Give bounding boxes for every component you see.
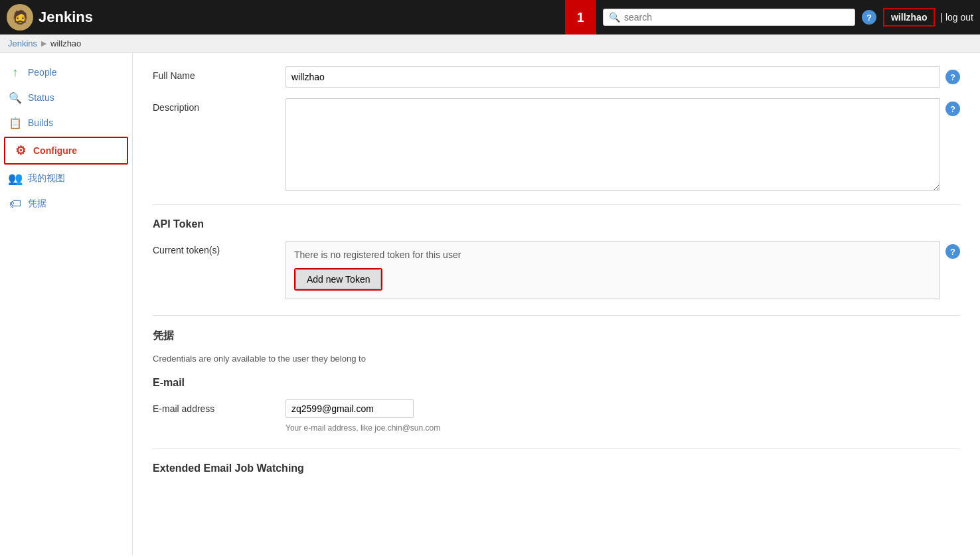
add-token-button-highlight: Add new Token: [294, 268, 382, 291]
sidebar-label-myview: 我的视图: [28, 173, 65, 184]
search-input[interactable]: [624, 12, 849, 23]
full-name-input[interactable]: [286, 66, 940, 88]
credentials-title: 凭据: [153, 329, 960, 343]
email-section: E-mail E-mail address Your e-mail addres…: [153, 377, 960, 433]
api-token-help-icon[interactable]: ?: [945, 244, 960, 259]
logout-link[interactable]: | log out: [940, 12, 973, 23]
status-icon: 🔍: [8, 90, 23, 105]
breadcrumb-current: willzhao: [50, 38, 81, 48]
current-tokens-row: Current token(s) There is no registered …: [153, 241, 960, 299]
email-row: E-mail address Your e-mail address, like…: [153, 399, 960, 433]
sidebar-item-status[interactable]: 🔍 Status: [0, 85, 132, 110]
sidebar-item-builds[interactable]: 📋 Builds: [0, 110, 132, 135]
description-textarea[interactable]: [286, 98, 940, 191]
jenkins-avatar-icon: 🧔: [7, 4, 33, 31]
sidebar-item-credentials[interactable]: 🏷 凭据: [0, 191, 132, 216]
description-label: Description: [153, 98, 286, 113]
divider-1: [153, 204, 960, 205]
search-icon: 🔍: [609, 12, 620, 23]
description-help-icon[interactable]: ?: [945, 102, 960, 116]
myview-icon: 👥: [8, 171, 23, 186]
sidebar-label-people: People: [28, 67, 57, 78]
main-layout: ↑ People 🔍 Status 📋 Builds ⚙ Configure 👥…: [0, 53, 980, 555]
jenkins-title: Jenkins: [39, 9, 93, 26]
api-token-title: API Token: [153, 218, 960, 230]
no-token-text: There is no registered token for this us…: [294, 249, 932, 260]
email-control: Your e-mail address, like joe.chin@sun.c…: [286, 399, 960, 433]
breadcrumb-home[interactable]: Jenkins: [8, 38, 37, 48]
email-hint: Your e-mail address, like joe.chin@sun.c…: [286, 423, 440, 433]
api-token-box: There is no registered token for this us…: [286, 241, 940, 299]
username-label: willzhao: [891, 12, 927, 23]
email-input[interactable]: [286, 399, 414, 418]
search-bar: 🔍: [603, 9, 855, 26]
credentials-section: 凭据 Credentials are only available to the…: [153, 329, 960, 364]
sidebar-label-configure: Configure: [33, 145, 77, 156]
add-token-button[interactable]: Add new Token: [295, 269, 381, 289]
username-box[interactable]: willzhao: [883, 8, 935, 27]
api-token-section: API Token Current token(s) There is no r…: [153, 218, 960, 299]
email-label: E-mail address: [153, 399, 286, 414]
divider-3: [153, 449, 960, 449]
divider-2: [153, 315, 960, 316]
full-name-help-icon[interactable]: ?: [945, 70, 960, 84]
full-name-label: Full Name: [153, 66, 286, 81]
people-icon: ↑: [8, 65, 23, 80]
breadcrumb: Jenkins ▶ willzhao: [0, 35, 980, 53]
help-icon[interactable]: ?: [862, 10, 876, 25]
header: 🧔 Jenkins 1 🔍 ? willzhao | log out: [0, 0, 980, 35]
user-section: willzhao | log out: [883, 8, 973, 27]
breadcrumb-separator: ▶: [41, 39, 46, 48]
configure-highlight-box: ⚙ Configure: [4, 137, 128, 165]
sidebar-item-myview[interactable]: 👥 我的视图: [0, 166, 132, 191]
credentials-note: Credentials are only available to the us…: [153, 354, 960, 364]
jenkins-logo[interactable]: 🧔 Jenkins: [7, 4, 93, 31]
sidebar-item-people[interactable]: ↑ People: [0, 60, 132, 85]
email-section-title: E-mail: [153, 377, 960, 389]
full-name-control: ?: [286, 66, 960, 88]
current-tokens-label: Current token(s): [153, 241, 286, 255]
credentials-icon: 🏷: [8, 196, 23, 211]
description-row: Description ?: [153, 98, 960, 191]
sidebar: ↑ People 🔍 Status 📋 Builds ⚙ Configure 👥…: [0, 53, 133, 555]
extended-email-title: Extended Email Job Watching: [153, 462, 960, 474]
description-control: ?: [286, 98, 960, 191]
full-name-row: Full Name ?: [153, 66, 960, 88]
content-area: Full Name ? Description ? API Token Curr…: [133, 53, 980, 555]
sidebar-label-status: Status: [28, 92, 54, 103]
sidebar-item-configure[interactable]: ⚙ Configure: [5, 138, 127, 163]
sidebar-label-builds: Builds: [28, 117, 53, 128]
configure-icon: ⚙: [13, 143, 28, 158]
builds-icon: 📋: [8, 115, 23, 130]
sidebar-label-credentials: 凭据: [28, 198, 46, 210]
current-tokens-control: There is no registered token for this us…: [286, 241, 960, 299]
build-badge: 1: [565, 0, 596, 35]
